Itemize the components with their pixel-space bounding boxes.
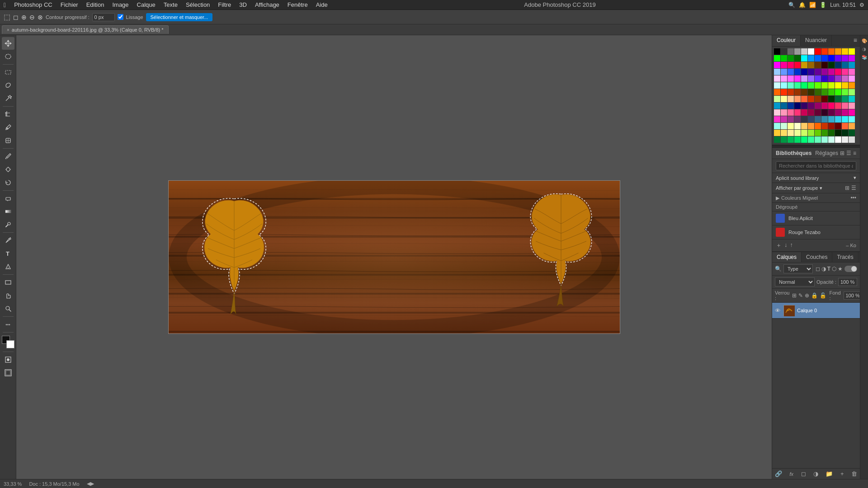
- color-swatch[interactable]: [781, 62, 787, 68]
- color-swatch[interactable]: [849, 116, 855, 122]
- color-swatch[interactable]: [828, 48, 835, 55]
- color-swatch[interactable]: [849, 82, 855, 89]
- tab-close[interactable]: ×: [7, 28, 9, 33]
- color-swatch[interactable]: [815, 130, 821, 136]
- grid-view-icon[interactable]: ⊞: [845, 185, 849, 191]
- color-panel-options[interactable]: ≡: [851, 35, 860, 46]
- tool-lasso-2[interactable]: [2, 79, 14, 92]
- couleurs-toggle[interactable]: ▶ Couleurs Migwel: [776, 195, 818, 201]
- apple-icon[interactable]: : [4, 1, 6, 9]
- unlock-icon[interactable]: 🔓: [820, 292, 826, 299]
- color-swatch[interactable]: [794, 48, 801, 55]
- tool-eyedropper[interactable]: [2, 121, 14, 134]
- download-library-icon[interactable]: ↓: [784, 241, 788, 249]
- menu-3d[interactable]: 3D: [236, 0, 250, 9]
- color-swatch[interactable]: [821, 55, 828, 61]
- color-swatch[interactable]: [781, 109, 787, 116]
- color-swatch[interactable]: [849, 55, 855, 61]
- libraries-grid-icon[interactable]: ⊞: [840, 150, 844, 156]
- color-swatch[interactable]: [849, 96, 855, 102]
- color-swatch[interactable]: [821, 48, 828, 55]
- color-swatch[interactable]: [815, 96, 821, 102]
- color-swatch[interactable]: [842, 130, 848, 136]
- menu-selection[interactable]: Sélection: [182, 0, 213, 9]
- color-swatch[interactable]: [808, 109, 814, 116]
- tool-gradient[interactable]: [2, 205, 14, 218]
- color-swatch[interactable]: [794, 75, 801, 82]
- tool-lasso[interactable]: [2, 50, 14, 63]
- tool-clone[interactable]: [2, 163, 14, 176]
- color-swatch[interactable]: [815, 123, 821, 129]
- tool-pen[interactable]: [2, 234, 14, 247]
- color-swatch[interactable]: [835, 96, 841, 102]
- feather-mode-icon[interactable]: ◻: [13, 14, 19, 21]
- color-swatch[interactable]: [828, 103, 835, 109]
- color-swatch[interactable]: [781, 136, 787, 143]
- color-swatch[interactable]: [849, 109, 855, 116]
- link-layers-icon[interactable]: 🔗: [775, 470, 782, 477]
- color-swatch[interactable]: [774, 69, 780, 75]
- color-swatch[interactable]: [835, 109, 841, 116]
- lock-pixels-icon[interactable]: ⊞: [792, 292, 797, 299]
- color-swatch[interactable]: [842, 48, 848, 55]
- filter-toggle[interactable]: [844, 266, 857, 272]
- tab-nuancier[interactable]: Nuancier: [801, 35, 832, 46]
- intersect-icon[interactable]: ⊗: [38, 14, 43, 21]
- tool-select-icon[interactable]: ⬚: [4, 13, 10, 21]
- color-swatch[interactable]: [835, 55, 841, 61]
- color-swatch[interactable]: [794, 82, 801, 89]
- color-swatch[interactable]: [821, 130, 828, 136]
- color-swatch[interactable]: [794, 103, 801, 109]
- menu-calque[interactable]: Calque: [133, 0, 159, 9]
- color-swatch[interactable]: [815, 136, 821, 143]
- tool-move[interactable]: [2, 37, 14, 50]
- color-swatch[interactable]: [794, 62, 801, 68]
- color-swatch[interactable]: [835, 136, 841, 143]
- color-swatch[interactable]: [808, 69, 814, 75]
- filter-shape-icon[interactable]: ⬡: [832, 266, 836, 272]
- color-swatch[interactable]: [808, 55, 814, 61]
- color-swatch[interactable]: [781, 69, 787, 75]
- color-swatch[interactable]: [794, 130, 801, 136]
- color-swatch[interactable]: [774, 82, 780, 89]
- color-swatch[interactable]: [774, 123, 780, 129]
- lissage-checkbox[interactable]: [118, 14, 123, 20]
- filter-type-t-icon[interactable]: T: [827, 266, 830, 272]
- library-color-rouge[interactable]: Rouge Tezabo: [772, 225, 860, 239]
- color-swatch[interactable]: [781, 48, 787, 55]
- add-mask-icon[interactable]: ◻: [801, 470, 806, 477]
- menu-photoshop[interactable]: Photoshop CC: [10, 0, 56, 9]
- color-swatch[interactable]: [788, 123, 794, 129]
- color-swatch[interactable]: [815, 69, 821, 75]
- color-swatch[interactable]: [808, 136, 814, 143]
- color-swatch[interactable]: [821, 116, 828, 122]
- color-swatch[interactable]: [808, 62, 814, 68]
- tool-mask-mode[interactable]: [2, 353, 14, 366]
- tool-hand[interactable]: [2, 289, 14, 302]
- color-swatch[interactable]: [835, 62, 841, 68]
- color-swatch[interactable]: [808, 82, 814, 89]
- tab-calques[interactable]: Calques: [772, 252, 802, 262]
- color-swatch[interactable]: [828, 75, 835, 82]
- color-swatch[interactable]: [808, 75, 814, 82]
- library-search-input[interactable]: [776, 161, 856, 170]
- color-swatch[interactable]: [835, 103, 841, 109]
- add-icon[interactable]: ⊕: [21, 14, 27, 21]
- add-layer-icon[interactable]: +: [840, 470, 844, 477]
- color-swatch[interactable]: [821, 136, 828, 143]
- color-swatch[interactable]: [808, 89, 814, 95]
- history-arrows[interactable]: ◀▶: [87, 481, 94, 487]
- filter-pixel-icon[interactable]: ◻: [816, 266, 820, 272]
- color-swatch[interactable]: [788, 75, 794, 82]
- libraries-tab[interactable]: Bibliothèques: [776, 150, 811, 156]
- color-swatch[interactable]: [781, 116, 787, 122]
- color-swatch[interactable]: [828, 69, 835, 75]
- libraries-list-icon[interactable]: ☰: [846, 150, 851, 156]
- background-color[interactable]: [6, 340, 14, 348]
- color-swatch[interactable]: [821, 69, 828, 75]
- menu-image[interactable]: Image: [108, 0, 132, 9]
- color-swatch[interactable]: [849, 103, 855, 109]
- color-swatch[interactable]: [801, 75, 807, 82]
- tool-eraser[interactable]: [2, 192, 14, 205]
- fg-bg-colors[interactable]: [2, 336, 14, 348]
